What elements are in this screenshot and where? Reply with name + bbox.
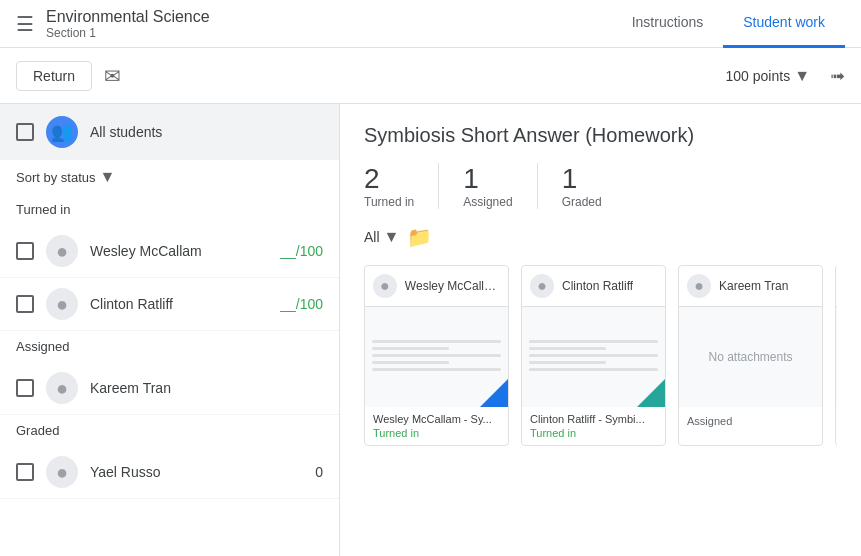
cards-row: ● Wesley McCallam Wesley McCallam - xyxy=(364,265,837,446)
person-icon: ● xyxy=(56,377,68,400)
stat-turned-in: 2 Turned in xyxy=(364,163,439,209)
card-thumbnail: No attachments xyxy=(679,307,822,407)
card-footer: Assigned xyxy=(679,407,822,433)
sort-dropdown-icon: ▼ xyxy=(99,168,115,186)
student-card[interactable]: ● Clinton Ratliff Clinton Ratliff - xyxy=(521,265,666,446)
student-card[interactable]: ● Wesley McCallam Wesley McCallam - xyxy=(364,265,509,446)
points-selector[interactable]: 100 points ▼ xyxy=(726,67,810,85)
filter-row: All ▼ 📁 xyxy=(364,225,837,249)
student-checkbox[interactable] xyxy=(16,295,34,313)
line xyxy=(529,368,658,371)
stat-number: 1 xyxy=(562,163,602,195)
line xyxy=(529,347,606,350)
student-grade: __/100 xyxy=(280,243,323,259)
left-panel: 👥 All students Sort by status ▼ Turned i… xyxy=(0,104,340,556)
student-name: Clinton Ratliff xyxy=(90,296,268,312)
list-item[interactable]: ● Yael Russo 0 xyxy=(0,446,339,499)
main: 👥 All students Sort by status ▼ Turned i… xyxy=(0,104,861,556)
list-item[interactable]: ● Clinton Ratliff __/100 xyxy=(0,278,339,331)
stat-assigned: 1 Assigned xyxy=(463,163,537,209)
cursor-indicator: ➟ xyxy=(830,65,845,87)
stat-graded: 1 Graded xyxy=(562,163,626,209)
stat-number: 2 xyxy=(364,163,414,195)
doc-name: Clinton Ratliff - Symbi... xyxy=(530,413,657,425)
student-checkbox[interactable] xyxy=(16,379,34,397)
all-students-checkbox[interactable] xyxy=(16,123,34,141)
avatar: ● xyxy=(46,288,78,320)
all-students-row[interactable]: 👥 All students xyxy=(0,104,339,160)
person-icon: ● xyxy=(537,277,547,295)
turned-in-flag xyxy=(637,379,665,407)
mail-icon[interactable]: ✉ xyxy=(104,64,121,88)
person-icon: ● xyxy=(694,277,704,295)
student-name: Kareem Tran xyxy=(90,380,323,396)
stat-label: Graded xyxy=(562,195,602,209)
avatar: ● xyxy=(373,274,397,298)
tab-student-work[interactable]: Student work xyxy=(723,0,845,48)
card-thumbnail xyxy=(836,307,837,407)
header: ☰ Environmental Science Section 1 Instru… xyxy=(0,0,861,48)
filter-dropdown-icon: ▼ xyxy=(384,228,400,246)
tab-instructions[interactable]: Instructions xyxy=(612,0,724,48)
card-thumbnail xyxy=(365,307,508,407)
line xyxy=(372,361,449,364)
student-name: Yael Russo xyxy=(90,464,303,480)
line xyxy=(372,354,501,357)
list-item[interactable]: ● Kareem Tran xyxy=(0,362,339,415)
card-student-name: Clinton Ratliff xyxy=(562,279,633,293)
toolbar: Return ✉ 100 points ▼ ➟ xyxy=(0,48,861,104)
stat-label: Assigned xyxy=(463,195,512,209)
card-footer: Clinton Ratliff - Symbi... Turned in xyxy=(522,407,665,445)
stat-number: 1 xyxy=(463,163,512,195)
header-tabs: Instructions Student work xyxy=(612,0,845,48)
card-header: ● Yael Rus... xyxy=(836,266,837,307)
avatar: ● xyxy=(687,274,711,298)
card-footer: Wesley McCallam - Sy... Turned in xyxy=(365,407,508,445)
avatar: ● xyxy=(530,274,554,298)
status-badge: Assigned xyxy=(687,415,814,427)
group-icon: 👥 xyxy=(51,121,73,143)
card-header: ● Clinton Ratliff xyxy=(522,266,665,307)
line xyxy=(372,368,501,371)
stat-label: Turned in xyxy=(364,195,414,209)
section-header-assigned: Assigned xyxy=(0,331,339,362)
folder-icon[interactable]: 📁 xyxy=(407,225,432,249)
line xyxy=(529,340,658,343)
line xyxy=(529,354,658,357)
person-icon: ● xyxy=(56,293,68,316)
person-icon: ● xyxy=(380,277,390,295)
course-title: Environmental Science xyxy=(46,8,210,26)
person-icon: ● xyxy=(56,461,68,484)
person-icon: ● xyxy=(56,240,68,263)
course-info: Environmental Science Section 1 xyxy=(46,8,210,40)
filter-select[interactable]: All ▼ xyxy=(364,228,399,246)
card-header: ● Kareem Tran xyxy=(679,266,822,307)
student-grade: 0 xyxy=(315,464,323,480)
list-item[interactable]: ● Wesley McCallam __/100 xyxy=(0,225,339,278)
card-thumbnail xyxy=(522,307,665,407)
student-checkbox[interactable] xyxy=(16,242,34,260)
no-attachment-label: No attachments xyxy=(700,307,800,407)
menu-icon[interactable]: ☰ xyxy=(16,12,34,36)
sort-row[interactable]: Sort by status ▼ xyxy=(0,160,339,194)
student-card-partial[interactable]: ● Yael Rus... Graded xyxy=(835,265,837,446)
right-panel: Symbiosis Short Answer (Homework) 2 Turn… xyxy=(340,104,861,556)
filter-label: All xyxy=(364,229,380,245)
avatar: ● xyxy=(46,372,78,404)
student-checkbox[interactable] xyxy=(16,463,34,481)
group-avatar: 👥 xyxy=(46,116,78,148)
doc-name: Wesley McCallam - Sy... xyxy=(373,413,500,425)
all-students-label: All students xyxy=(90,124,162,140)
student-name: Wesley McCallam xyxy=(90,243,268,259)
sort-label: Sort by status xyxy=(16,170,95,185)
student-card[interactable]: ● Kareem Tran No attachments Assigned xyxy=(678,265,823,446)
thumbnail-lines xyxy=(529,340,658,375)
card-footer: Graded xyxy=(836,407,837,433)
student-grade: __/100 xyxy=(280,296,323,312)
line xyxy=(372,340,501,343)
section-header-turned-in: Turned in xyxy=(0,194,339,225)
thumbnail-lines xyxy=(372,340,501,375)
section-header-graded: Graded xyxy=(0,415,339,446)
return-button[interactable]: Return xyxy=(16,61,92,91)
avatar: ● xyxy=(46,456,78,488)
